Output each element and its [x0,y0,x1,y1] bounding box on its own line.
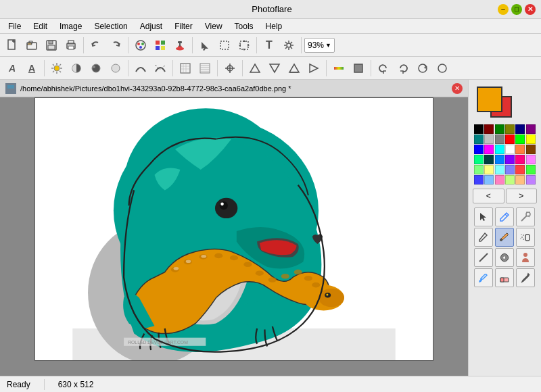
palette-prev-button[interactable]: < [473,189,504,203]
color-swatch-10[interactable] [515,134,525,144]
menu-adjust[interactable]: Adjust [135,20,168,32]
menu-view[interactable]: View [199,20,228,32]
circle3-button[interactable] [413,59,432,78]
menu-edit[interactable]: Edit [28,20,53,32]
color-swatch-14[interactable] [495,145,504,154]
crosshair-button[interactable] [220,59,239,78]
move-select-button[interactable] [235,36,254,55]
menu-image[interactable]: Image [54,20,87,32]
color-swatch-32[interactable] [495,175,504,185]
text-tool-2[interactable]: A [3,59,22,78]
color-swatch-34[interactable] [515,175,525,185]
tri-up2-button[interactable] [285,59,304,78]
brightness-button[interactable] [47,59,66,78]
dropper-tool-button[interactable] [474,268,493,287]
new-button[interactable] [3,36,22,55]
color-swatch-15[interactable] [505,145,515,154]
color-swatch-2[interactable] [495,124,504,134]
color-swatch-33[interactable] [505,175,515,185]
text-button[interactable]: T [260,36,279,55]
pointer-tool-button[interactable] [474,207,493,226]
color-swatch-17[interactable] [526,145,536,154]
darken-button[interactable] [87,59,105,78]
open-button[interactable] [22,36,41,55]
color-swatch-23[interactable] [526,155,536,164]
gradient-button[interactable] [329,59,348,78]
color-swatch-21[interactable] [505,155,515,164]
palette-next-button[interactable]: > [506,189,538,203]
maximize-button[interactable]: □ [511,4,522,15]
color-swatch-22[interactable] [515,155,525,164]
close-button[interactable]: ✕ [525,4,536,15]
foreground-color[interactable] [477,87,502,112]
color-swatch-0[interactable] [474,124,484,134]
menu-selection[interactable]: Selection [89,20,133,32]
texture2-button[interactable] [195,59,214,78]
redo-button[interactable] [106,36,125,55]
color-swatch-1[interactable] [484,124,494,134]
settings-button[interactable] [279,36,298,55]
color-swatch-5[interactable] [526,124,536,134]
menu-filter[interactable]: Filter [169,20,198,32]
color-swatch-18[interactable] [474,155,484,164]
minimize-button[interactable]: – [498,4,509,15]
line-tool-button[interactable] [474,248,493,267]
color-swatch-27[interactable] [505,165,515,174]
effects-button[interactable] [131,36,150,55]
color-swatch-24[interactable] [474,165,484,174]
rotate-ccw-button[interactable] [374,59,393,78]
document-close-button[interactable]: ✕ [452,83,463,94]
color-swatch-30[interactable] [474,175,484,185]
color-swatch-26[interactable] [495,165,504,174]
save-button[interactable] [42,36,61,55]
wand-tool-button[interactable] [516,207,535,226]
color-swatch-9[interactable] [505,134,515,144]
color-swatch-25[interactable] [484,165,494,174]
color-swatch-7[interactable] [484,134,494,144]
color-swatch-11[interactable] [526,134,536,144]
color-swatch-12[interactable] [474,145,484,154]
zoom-control[interactable]: 93% ▼ [304,38,335,53]
pen-tool-button[interactable] [495,207,514,226]
color-correct-button[interactable] [151,36,170,55]
menu-help[interactable]: Help [260,20,288,32]
canvas-wrapper[interactable]: ROLLED.DEVIANTART.COM [0,97,468,361]
color-swatch-20[interactable] [495,155,504,164]
color-swatch-4[interactable] [515,124,525,134]
script-tool-button[interactable] [516,268,535,287]
color-swatch-28[interactable] [515,165,525,174]
texture1-button[interactable] [176,59,195,78]
color-swatch-16[interactable] [515,145,525,154]
circle4-button[interactable] [433,59,452,78]
color-swatch-31[interactable] [484,175,494,185]
color-swatch-13[interactable] [484,145,494,154]
selection-tool-button[interactable] [195,36,214,55]
tri-right-button[interactable] [304,59,323,78]
color-swatch-8[interactable] [495,134,504,144]
lighten-button[interactable] [106,59,125,78]
paint-bucket-button[interactable] [170,36,189,55]
color-swatch-29[interactable] [526,165,536,174]
color-swatch-6[interactable] [474,134,484,144]
tri-down-button[interactable] [265,59,284,78]
contrast-button[interactable] [67,59,86,78]
print-button[interactable] [62,36,80,55]
rect-select-button[interactable] [215,36,234,55]
undo-button[interactable] [87,36,105,55]
menu-file[interactable]: File [3,20,26,32]
clone-tool-button[interactable] [495,248,514,267]
spray-tool-button[interactable] [516,228,535,247]
rotate-cw-button[interactable] [394,59,413,78]
menu-tools[interactable]: Tools [229,20,259,32]
eraser-tool-button[interactable] [495,268,514,287]
color-swatch-35[interactable] [526,175,536,185]
pencil-tool-button[interactable] [474,228,493,247]
brush-tool-button[interactable] [495,228,514,247]
rect-fill-button[interactable] [349,59,368,78]
color-swatch-3[interactable] [505,124,515,134]
person-tool-button[interactable] [516,248,535,267]
text-tool-3[interactable]: A [22,59,41,78]
curve1-button[interactable] [131,59,150,78]
curve2-button[interactable] [151,59,170,78]
color-swatch-19[interactable] [484,155,494,164]
